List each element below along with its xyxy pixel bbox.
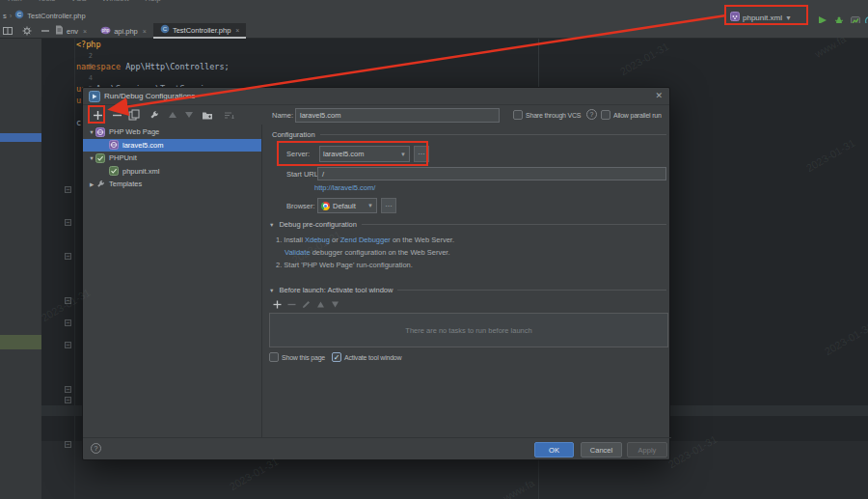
tree-item-label: PHPUnit — [109, 153, 137, 162]
browser-dropdown[interactable]: Default▼ — [317, 198, 377, 213]
tree-expand-icon[interactable]: ▼ — [88, 129, 95, 135]
fold-marker[interactable]: – — [65, 186, 71, 193]
allow-parallel-run-checkbox[interactable] — [601, 110, 610, 120]
browser-browse-button[interactable]: … — [381, 198, 396, 213]
tab-api-php[interactable]: phpapi.php× — [94, 23, 153, 39]
fold-marker[interactable]: – — [65, 386, 71, 393]
breadcrumb-prefix[interactable]: s — [3, 12, 7, 20]
cancel-button[interactable]: Cancel — [581, 442, 622, 457]
split-icon[interactable] — [3, 26, 13, 38]
menu-item-help[interactable]: Help — [145, 0, 160, 3]
tab-close-icon[interactable]: × — [83, 28, 87, 35]
tab-testcontroller-php[interactable]: CTestController.php× — [153, 23, 247, 39]
debug-step-1: 1. Install Xdebug or Zend Debugger on th… — [276, 236, 454, 244]
before-launch-header[interactable]: ▼Before launch: Activate tool window — [269, 286, 666, 294]
line-number: 2 — [37, 51, 93, 63]
debug-preconfiguration-header[interactable]: ▼Debug pre-configuration — [269, 220, 666, 229]
breadcrumb: s › C TestController.php — [3, 10, 86, 21]
tree-item-php-web-page[interactable]: ▼PHP Web Page — [83, 125, 261, 139]
xdebug-link[interactable]: Xdebug — [305, 236, 330, 244]
tree-item-phpunit[interactable]: ▼PHPUnit — [83, 152, 261, 165]
breadcrumb-file[interactable]: TestController.php — [27, 12, 85, 20]
fold-marker[interactable]: – — [65, 342, 71, 348]
fold-marker[interactable]: – — [65, 319, 71, 326]
line-number: 4 — [37, 73, 93, 85]
activate-tool-window-checkbox[interactable]: ✓ — [332, 352, 341, 362]
task-up-button[interactable] — [315, 299, 325, 309]
project-highlighted-row[interactable] — [0, 335, 41, 349]
dialog-help-icon[interactable]: ? — [91, 443, 101, 454]
code-line: namespace App\Http\Controllers; — [76, 62, 230, 73]
tree-separator — [261, 125, 262, 437]
share-through-vcs-checkbox[interactable] — [513, 110, 523, 120]
fold-marker[interactable]: – — [65, 253, 71, 260]
annotation-box-server — [277, 141, 428, 166]
php-web-page-icon — [95, 127, 107, 137]
browser-label: Browser: — [286, 202, 315, 210]
name-label: Name: — [272, 111, 293, 120]
zend-debugger-link[interactable]: Zend Debugger — [340, 236, 391, 244]
editor-tabs: env×phpapi.php×CTestController.php× — [48, 23, 246, 39]
activate-tool-window-label: Activate tool window — [344, 354, 401, 361]
tree-item-laravel5-com[interactable]: laravel5.com — [83, 139, 261, 152]
project-panel-toolbar — [3, 26, 49, 38]
php-web-page-icon — [109, 140, 121, 150]
code-line: <?php — [76, 40, 101, 51]
help-icon[interactable]: ? — [586, 109, 597, 120]
menu-item-vcs[interactable]: VCS — [70, 0, 86, 3]
edit-templates-button[interactable] — [147, 108, 160, 122]
name-input[interactable]: laravel5.com — [295, 108, 500, 123]
start-url-input[interactable]: / — [317, 167, 666, 180]
gear-icon[interactable] — [22, 26, 32, 38]
ok-button[interactable]: OK — [534, 442, 574, 457]
sort-configurations-button[interactable] — [222, 108, 235, 122]
tree-item-label: PHP Web Page — [109, 127, 159, 136]
tree-expand-icon[interactable]: ▶ — [88, 181, 95, 187]
svg-text:php: php — [102, 28, 110, 33]
create-folder-button[interactable] — [201, 108, 214, 122]
tab-close-icon[interactable]: × — [143, 28, 147, 35]
tab-close-icon[interactable]: × — [235, 27, 239, 34]
tree-item-label: Templates — [109, 180, 142, 188]
remove-task-button[interactable] — [286, 299, 296, 309]
dialog-title-bar[interactable]: Run/Debug Configurations ✕ — [83, 88, 669, 105]
preview-url-link[interactable]: http://laravel5.com/ — [314, 183, 375, 192]
move-down-button[interactable] — [182, 108, 196, 122]
allow-parallel-run-label: Allow parallel run — [613, 112, 662, 119]
tree-item-templates[interactable]: ▶Templates — [83, 178, 261, 191]
validate-link[interactable]: Validate — [285, 248, 311, 257]
fold-marker[interactable]: – — [65, 441, 71, 448]
tree-item-label: phpunit.xml — [122, 167, 159, 176]
phpunit-icon — [95, 153, 107, 163]
menu-item-tools[interactable]: Tools — [38, 0, 56, 3]
breadcrumb-separator-icon: › — [10, 12, 13, 20]
class-icon: C — [160, 24, 170, 36]
apply-button[interactable]: Apply — [627, 442, 667, 457]
svg-text:C: C — [17, 12, 22, 17]
fold-marker[interactable]: – — [65, 219, 71, 226]
tree-expand-icon[interactable]: ▼ — [88, 155, 95, 161]
tab-label: api.php — [114, 27, 138, 36]
menu-item-window[interactable]: Window — [102, 0, 129, 3]
menu-item-run[interactable]: Run — [8, 0, 22, 3]
share-through-vcs-label: Share through VCS — [526, 112, 581, 119]
move-up-button[interactable] — [166, 108, 179, 122]
close-icon[interactable]: ✕ — [655, 91, 663, 100]
show-this-page-checkbox[interactable] — [269, 352, 279, 362]
add-task-button[interactable] — [272, 299, 282, 309]
class-icon: C — [14, 10, 24, 21]
remove-configuration-button[interactable] — [110, 108, 123, 122]
edit-task-button[interactable] — [301, 299, 311, 309]
tab-env[interactable]: env× — [48, 23, 94, 39]
configuration-section-header: Configuration — [272, 130, 666, 139]
copy-configuration-button[interactable] — [127, 108, 141, 122]
menu-items: RunToolsVCSWindowHelp — [8, 0, 161, 3]
chrome-icon — [321, 202, 330, 210]
fold-marker[interactable]: – — [65, 397, 71, 403]
fold-marker[interactable]: – — [65, 297, 71, 304]
tree-item-phpunit-xml[interactable]: phpunit.xml — [83, 165, 261, 179]
tab-label: TestController.php — [173, 26, 231, 35]
project-selected-row[interactable] — [0, 133, 41, 142]
task-down-button[interactable] — [330, 299, 339, 309]
project-panel[interactable] — [0, 39, 41, 499]
